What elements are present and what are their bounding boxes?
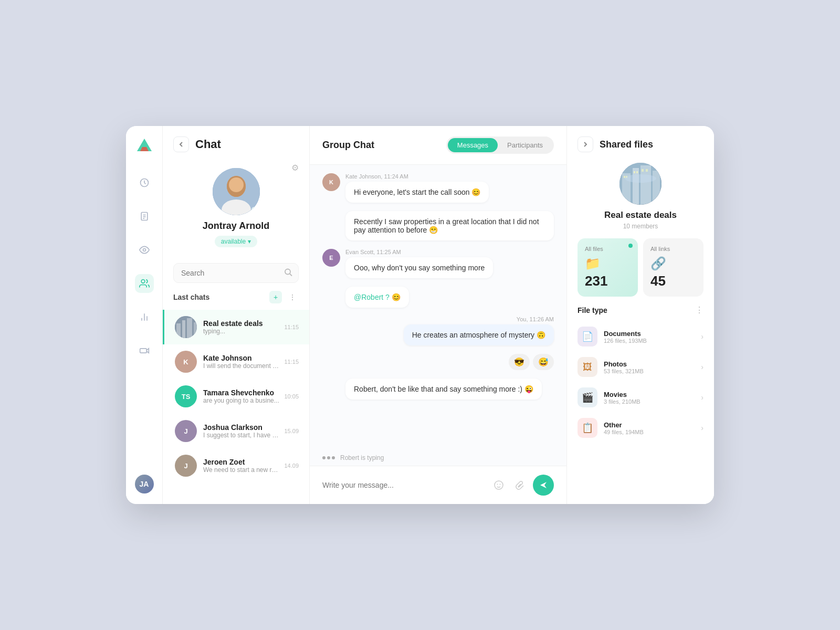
app-container: JA Chat ⚙ [126,126,714,504]
dot-3 [332,456,335,459]
right-panel-header: Shared files [567,136,714,163]
emoji-reaction: 😎😅 [509,354,554,370]
users-icon[interactable] [135,274,154,293]
message-content: @Robert ? 😊 [345,287,554,308]
chat-preview: I suggest to start, I have n... [203,432,280,439]
message-sender: You, 11:26 AM [517,316,554,322]
message-bubble: He creates an atmosphere of mystery 🙃 [404,324,554,345]
emoji-icon[interactable] [491,477,507,493]
chat-name: Joshua Clarkson [203,423,280,432]
status-text: available [221,238,246,245]
chat-header: Group Chat MessagesParticipants [310,126,566,165]
chat-list-item[interactable]: K Kate Johnson I will send the document … [163,344,309,379]
chat-list-item[interactable]: J Joshua Clarkson I suggest to start, I … [163,414,309,448]
links-label: All links [650,246,696,252]
message-sender: Kate Johnson, 11:24 AM [345,173,554,180]
chat-list-item[interactable]: J Jeroen Zoet We need to start a new re.… [163,448,309,483]
message-row: Robert, don't be like that and say somet… [322,379,554,400]
files-stats: All files 📁 231 All links 🔗 45 [567,238,714,305]
chat-info: Joshua Clarkson I suggest to start, I ha… [203,423,280,439]
chat-time: 15.09 [284,428,299,434]
right-panel-title: Shared files [600,139,653,150]
file-list-item[interactable]: 🖼 Photos 53 files, 321MB › [567,352,714,382]
svg-rect-21 [176,323,181,338]
sidebar-header: Chat [163,136,309,163]
profile-avatar [213,168,260,215]
file-list-item[interactable]: 📄 Documents 126 files, 193MB › [567,321,714,352]
svg-rect-38 [646,169,648,172]
chat-avatar: J [175,420,197,442]
messages-area: K Kate Johnson, 11:24 AM Hi everyone, le… [310,165,566,450]
add-chat-button[interactable]: + [269,291,282,303]
search-input[interactable] [173,263,299,283]
active-dot [628,244,633,248]
file-meta: 49 files, 194MB [604,429,701,435]
chat-list-item[interactable]: TS Tamara Shevchenko are you going to a … [163,379,309,414]
status-badge[interactable]: available ▾ [215,236,257,247]
file-list-item[interactable]: 📋 Other 49 files, 194MB › [567,413,714,443]
svg-rect-24 [194,322,197,338]
user-avatar[interactable]: JA [135,475,154,494]
file-name: Movies [604,391,701,398]
svg-rect-12 [140,349,146,353]
svg-rect-30 [633,168,639,205]
message-row: K Kate Johnson, 11:24 AM Hi everyone, le… [322,173,554,203]
emoji-bubble: 😎 [509,354,530,370]
tab-participants[interactable]: Participants [498,138,552,152]
message-row: Recently I saw properties in a great loc… [322,211,554,240]
group-chat-title: Group Chat [322,140,446,151]
more-chats-button[interactable]: ⋮ [286,291,299,303]
typing-dots [322,456,335,459]
file-list-item[interactable]: 🎬 Movies 3 files, 210MB › [567,382,714,413]
chat-list-item[interactable]: Real estate deals typing... 11:15 [163,310,309,344]
history-icon[interactable] [135,173,154,192]
chat-preview: I will send the document s... [203,362,280,370]
tab-messages[interactable]: Messages [448,138,498,152]
sidebar: Chat ⚙ Jontray Arnold a [163,126,310,504]
svg-point-25 [495,481,503,489]
chat-avatar: TS [175,385,197,407]
all-links-stat[interactable]: All links 🔗 45 [643,238,704,297]
chart-icon[interactable] [135,308,154,327]
chat-info: Jeroen Zoet We need to start a new re... [203,458,280,474]
all-files-stat[interactable]: All files 📁 231 [578,238,638,297]
message-content: Evan Scott, 11:25 AM Ooo, why don't you … [345,249,554,278]
sidebar-title: Chat [195,138,221,151]
svg-rect-33 [624,176,625,178]
file-type-more[interactable]: ⋮ [695,305,704,315]
last-chats-actions: + ⋮ [269,291,299,303]
profile-section: ⚙ Jontray Arnold available ▾ [163,163,309,258]
file-meta: 126 files, 193MB [604,338,701,344]
svg-line-19 [290,274,292,276]
message-input-area [310,466,566,504]
nav-bottom: JA [135,475,154,494]
message-content: Robert, don't be like that and say somet… [345,379,554,400]
video-icon[interactable] [135,341,154,360]
attachment-icon[interactable] [512,477,528,493]
message-row: E Evan Scott, 11:25 AM Ooo, why don't yo… [322,249,554,278]
online-indicator [251,207,258,213]
tab-group: MessagesParticipants [446,136,554,154]
svg-rect-37 [642,169,644,172]
msg-avatar: E [322,249,340,267]
dot-2 [327,456,330,459]
chat-time: 11:15 [284,324,299,330]
settings-icon[interactable]: ⚙ [291,163,299,173]
message-sender: Evan Scott, 11:25 AM [345,249,554,255]
svg-point-8 [141,280,145,284]
links-icon: 🔗 [650,256,696,271]
message-input[interactable] [322,481,486,489]
eye-icon[interactable] [135,240,154,259]
main-chat: Group Chat MessagesParticipants K Kate J… [310,126,567,504]
svg-point-27 [500,484,501,485]
search-icon[interactable] [284,268,292,278]
profile-name: Jontray Arnold [203,220,269,232]
file-type-label: File type [578,306,607,314]
last-chats-label: Last chats [173,293,209,301]
group-members: 10 members [623,223,658,230]
send-button[interactable] [533,475,554,496]
chat-time: 11:15 [284,359,299,365]
back-button[interactable] [173,136,189,152]
tasks-icon[interactable] [135,207,154,226]
expand-button[interactable] [578,136,593,152]
